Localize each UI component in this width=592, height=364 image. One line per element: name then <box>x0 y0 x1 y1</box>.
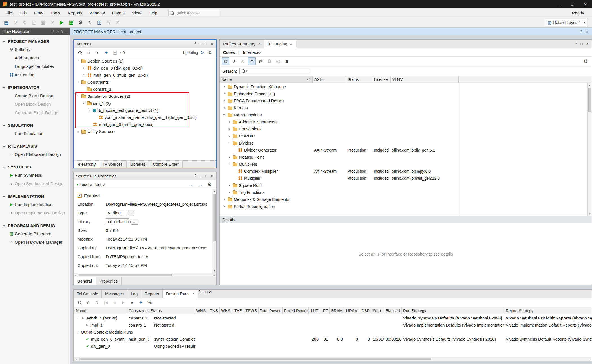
column-run-strategy[interactable]: Run Strategy <box>402 307 504 314</box>
edit-icon[interactable]: ✎ <box>105 19 112 26</box>
menu-file[interactable]: File <box>2 10 16 15</box>
run-row-mult-gen-0-synth-1[interactable]: ✓mult_gen_0_synth_1 mult_gen_0 synth_des… <box>74 336 592 343</box>
expand-all-icon[interactable]: » <box>93 299 101 306</box>
expand-all-icon[interactable]: » <box>239 57 247 65</box>
ip-row-square-root[interactable]: ›Square Root <box>220 182 592 189</box>
scrollbar-thumb[interactable] <box>213 194 216 241</box>
expander-icon[interactable]: › <box>222 99 226 103</box>
settings-icon[interactable]: ⚙ <box>77 19 84 26</box>
float-icon[interactable]: □ <box>205 42 207 46</box>
minimize-icon[interactable]: ‒ <box>202 290 204 294</box>
scroll-left-icon[interactable]: ◂ <box>74 357 78 361</box>
close-icon[interactable]: ✕ <box>192 292 195 296</box>
expander-icon[interactable]: › <box>227 134 231 138</box>
column-ff[interactable]: FF <box>320 307 330 314</box>
close-icon[interactable]: ✕ <box>211 174 214 178</box>
run-row-ooc-group[interactable]: ›Out-of-Context Module Runs <box>74 329 592 336</box>
flow-item-run-simulation[interactable]: Run Simulation <box>0 129 70 137</box>
column-license[interactable]: License <box>372 76 391 83</box>
menu-tools[interactable]: Tools <box>47 10 64 15</box>
column-tns[interactable]: TNS <box>207 307 220 314</box>
flow-item-open-block-design[interactable]: Open Block Design <box>0 100 70 108</box>
column-elapsed[interactable]: Elapsed <box>384 307 402 314</box>
column-constraints[interactable]: Constraints <box>127 307 149 314</box>
help-icon[interactable]: ? <box>580 30 582 34</box>
flow-item-open-implemented-design[interactable]: ›Open Implemented Design <box>0 208 70 217</box>
menu-icon[interactable]: ≡ <box>57 30 59 34</box>
minimize-icon[interactable]: ‒ <box>200 174 202 178</box>
run-row-div-gen-0[interactable]: ✓div_gen_0 Using cached IP results <box>74 343 592 350</box>
column-ths[interactable]: THS <box>232 307 244 314</box>
flow-item-language-templates[interactable]: Language Templates <box>0 62 70 70</box>
ip-row-memories-storage[interactable]: ›Memories & Storage Elements <box>220 196 592 203</box>
section-implementation[interactable]: ›IMPLEMENTATION <box>0 193 70 200</box>
help-icon[interactable]: ? <box>198 290 200 294</box>
close-icon[interactable]: ✕ <box>209 290 212 294</box>
redo-icon[interactable]: ↻ <box>21 19 28 26</box>
horizontal-scrollbar[interactable]: ◂ ▸ <box>74 357 591 361</box>
column-status[interactable]: Status <box>149 307 195 314</box>
reset-runs-icon[interactable]: |◀ <box>102 299 110 306</box>
scroll-up-icon[interactable]: ▴ <box>588 83 592 87</box>
expander-icon[interactable]: › <box>76 316 80 320</box>
flow-item-generate-block-design[interactable]: Generate Block Design <box>0 108 70 117</box>
ip-row-trig-functions[interactable]: ›Trig Functions <box>220 189 592 196</box>
expander-icon[interactable]: › <box>2 39 6 43</box>
layout-selector[interactable]: ▦ Default Layout ▾ <box>545 19 587 26</box>
column-total-power[interactable]: Total Power <box>259 307 283 314</box>
gear-icon[interactable]: ⚙ <box>206 49 214 56</box>
help-icon[interactable]: ? <box>61 30 63 34</box>
expander-icon[interactable]: › <box>222 106 226 110</box>
tree-row-simulation-sources[interactable]: ›Simulation Sources (2) <box>74 93 216 100</box>
float-icon[interactable]: □ <box>580 42 583 46</box>
forward-icon[interactable]: → <box>198 182 202 187</box>
expander-icon[interactable]: › <box>222 92 226 96</box>
subtab-interfaces[interactable]: Interfaces <box>243 50 261 55</box>
flow-item-settings[interactable]: ⚙Settings <box>0 45 70 54</box>
create-runs-icon[interactable]: + <box>137 299 145 306</box>
section-simulation[interactable]: ›SIMULATION <box>0 122 70 129</box>
column-whs[interactable]: WHS <box>220 307 232 314</box>
group-by-hierarchy-icon[interactable]: ≡ <box>248 57 256 65</box>
expander-icon[interactable]: › <box>227 183 231 187</box>
expander-icon[interactable]: › <box>227 127 231 131</box>
tab-ip-catalog[interactable]: IP Catalog✕ <box>264 40 296 48</box>
back-icon[interactable]: ← <box>191 182 195 187</box>
help-icon[interactable]: ? <box>195 174 196 178</box>
expander-icon[interactable]: › <box>227 162 232 166</box>
ip-row-adders-subtracters[interactable]: ›Adders & Subtracters <box>220 118 592 125</box>
maximize-icon[interactable]: □ <box>566 0 579 8</box>
ip-row-embedded-processing[interactable]: ›Embedded Processing <box>220 90 592 97</box>
ip-row-multipliers[interactable]: ›Multipliers <box>220 161 592 168</box>
menu-edit[interactable]: Edit <box>16 10 30 15</box>
cancel-icon[interactable]: ✕ <box>114 19 122 26</box>
expander-icon[interactable]: › <box>222 85 226 89</box>
flow-item-open-elaborated-design[interactable]: ›Open Elaborated Design <box>0 150 70 158</box>
customize-icon[interactable]: ⚙ <box>266 57 273 65</box>
expander-icon[interactable]: › <box>76 59 80 63</box>
expander-icon[interactable]: › <box>222 197 226 201</box>
status-circle-icon[interactable]: ◎ <box>274 57 282 65</box>
column-status[interactable]: Status <box>346 76 372 83</box>
tree-row-tb-ipcore-test[interactable]: ›tb_ipcore_test (ipcore_test.v) (1) <box>74 107 216 114</box>
search-icon[interactable] <box>76 299 83 306</box>
section-synthesis[interactable]: ›SYNTHESIS <box>0 163 70 171</box>
expander-icon[interactable]: › <box>82 101 86 105</box>
flow-item-run-implementation[interactable]: ▶Run Implementation <box>0 200 70 208</box>
collapse-all-icon[interactable]: « <box>231 57 238 65</box>
ip-row-partial-reconfiguration[interactable]: ›Partial Reconfiguration <box>220 203 592 210</box>
expander-icon[interactable]: › <box>2 165 6 169</box>
tab-compile-order[interactable]: Compile Order <box>149 161 183 168</box>
ip-row-multiplier[interactable]: ›MultiplierProductionIncludedxilinx.com:… <box>220 175 592 182</box>
undo-icon[interactable]: ↺ <box>12 19 19 26</box>
library-more-button[interactable]: … <box>131 219 138 225</box>
column-dsp[interactable]: DSP <box>359 307 371 314</box>
column-bram[interactable]: BRAM <box>330 307 344 314</box>
scroll-right-icon[interactable]: ▸ <box>212 273 216 277</box>
close-icon[interactable]: ✕ <box>258 42 260 46</box>
open-file-icon[interactable]: ▤ <box>111 49 119 56</box>
expander-icon[interactable]: › <box>82 73 86 77</box>
dock-icon[interactable]: ⇄ <box>52 30 54 34</box>
column-lut[interactable]: LUT <box>309 307 320 314</box>
help-icon[interactable]: ? <box>194 42 196 46</box>
